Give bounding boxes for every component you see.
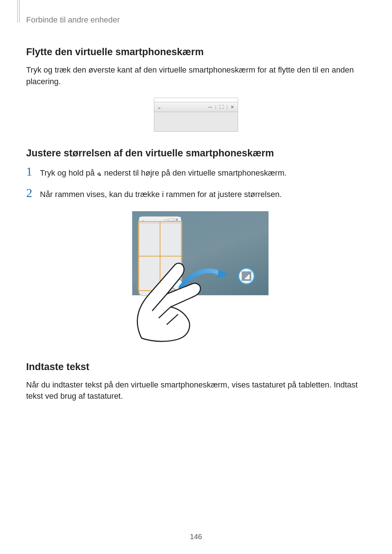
separator-icon: | — [226, 104, 228, 110]
page-tab-mark — [17, 0, 20, 22]
svg-point-0 — [97, 173, 98, 175]
step-2: 2 Når rammen vises, kan du trække i ramm… — [26, 187, 366, 200]
para-enter-text: Når du indtaster tekst på den virtuelle … — [26, 379, 366, 402]
step-text: Når rammen vises, kan du trække i rammen… — [40, 189, 282, 200]
page-number: 146 — [0, 533, 392, 541]
drag-handle-icon — [97, 172, 102, 176]
step-number: 2 — [26, 187, 35, 199]
svg-rect-11 — [248, 278, 249, 279]
maximize-icon: ⛶ — [219, 104, 224, 110]
figure-titlebar: ⌄ — | ⛶ | ✕ — [26, 98, 366, 132]
minimize-icon: — — [207, 104, 213, 110]
svg-point-3 — [98, 175, 99, 176]
svg-rect-8 — [248, 276, 249, 278]
step-number: 1 — [26, 165, 35, 178]
heading-resize-screen: Justere størrelsen af den virtuelle smar… — [26, 148, 366, 159]
dropdown-icon: ⌄ — [157, 104, 162, 110]
window-controls-icon: — | ⛶ | ✕ — [163, 218, 179, 222]
virtual-titlebar: ⌄ — | ⛶ | ✕ — [154, 102, 238, 112]
step-text: Tryk og hold på nederst til højre på den… — [40, 167, 287, 179]
virtual-body-placeholder — [154, 112, 238, 132]
figure-resize-gesture: ⌄ — | ⛶ | ✕ — [26, 211, 366, 345]
heading-move-screen: Flytte den virtuelle smartphoneskærm — [26, 46, 366, 58]
step-1: 1 Tryk og hold på nederst til højre på d… — [26, 165, 366, 179]
svg-rect-6 — [248, 275, 249, 276]
svg-rect-7 — [246, 276, 248, 278]
svg-point-4 — [100, 173, 101, 175]
heading-enter-text: Indtaste tekst — [26, 361, 366, 373]
separator-icon: | — [215, 104, 217, 110]
svg-rect-9 — [245, 278, 246, 279]
para-move-screen: Tryk og træk den øverste kant af den vir… — [26, 64, 366, 87]
document-page: Forbinde til andre enheder Flytte den vi… — [0, 0, 392, 554]
svg-point-2 — [98, 173, 99, 175]
resize-target-icon — [238, 268, 255, 284]
svg-rect-10 — [246, 278, 248, 279]
hand-gesture-icon — [116, 240, 225, 345]
svg-point-5 — [100, 175, 101, 176]
svg-point-1 — [98, 172, 99, 173]
numbered-steps: 1 Tryk og hold på nederst til højre på d… — [26, 165, 366, 200]
breadcrumb: Forbinde til andre enheder — [26, 15, 366, 25]
close-icon: ✕ — [230, 104, 235, 110]
dropdown-icon: ⌄ — [142, 218, 144, 222]
